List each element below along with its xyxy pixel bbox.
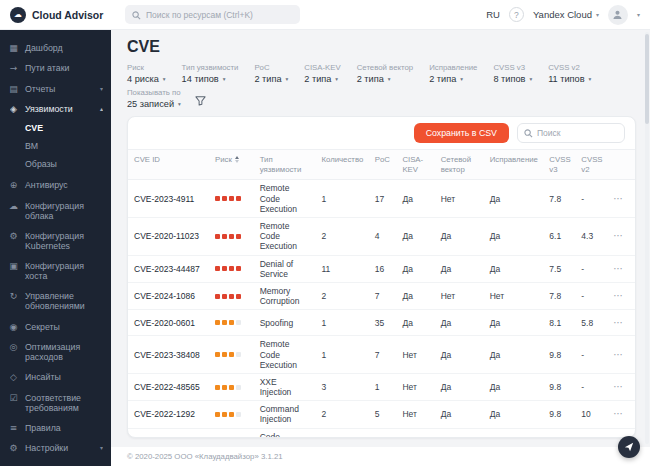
- filter-risk[interactable]: Риск4 риска▾: [127, 63, 166, 84]
- filter-value-dropdown[interactable]: 4 риска▾: [127, 74, 166, 84]
- sidebar-item-secrets[interactable]: ◉Секреты: [0, 317, 111, 337]
- column-header-0[interactable]: CVE ID: [128, 150, 209, 180]
- sidebar-item-update-management[interactable]: ↻Управление обновлениями: [0, 286, 111, 316]
- filter-value-dropdown[interactable]: 2 типа▾: [429, 74, 477, 84]
- filter-value-dropdown[interactable]: 11 типов▾: [548, 74, 591, 84]
- sidebar-item-host-config[interactable]: ▣Конфигурация хоста: [0, 256, 111, 286]
- sidebar-item-cloud-config[interactable]: ☁Конфигурация облака: [0, 196, 111, 226]
- sidebar: ▦Дашборд→Пути атаки▤Отчеты▾◈Уязвимости▴C…: [0, 30, 111, 466]
- filter-value-dropdown[interactable]: 2 типа▾: [357, 74, 414, 84]
- filter-value-dropdown[interactable]: 14 типов▾: [182, 74, 239, 84]
- risk-cell: [209, 310, 254, 336]
- save-csv-button[interactable]: Сохранить в CSV: [414, 123, 509, 143]
- chevron-down-icon[interactable]: ▾: [637, 11, 640, 18]
- cve-id-cell[interactable]: CVE-2022-48565: [128, 373, 209, 400]
- global-search-input[interactable]: [146, 10, 293, 20]
- avatar[interactable]: [608, 5, 628, 25]
- poc-cell: 7: [369, 336, 397, 374]
- cve-id-cell[interactable]: CVE-2023-44487: [128, 255, 209, 282]
- filter-fix[interactable]: Исправление2 типа▾: [429, 63, 477, 84]
- page-size-row: Показывать по 25 записей ▾: [127, 88, 636, 109]
- row-actions-button[interactable]: ⋯: [613, 349, 624, 360]
- filter-poc[interactable]: PoC2 типа▾: [254, 63, 288, 84]
- brand: ☁ Cloud Advisor: [10, 7, 111, 23]
- filter-value: 2 типа: [357, 74, 384, 84]
- global-search[interactable]: [125, 5, 300, 24]
- filter-cvss-v3[interactable]: CVSS v38 типов▾: [493, 63, 532, 84]
- rules-icon: ≡: [8, 423, 19, 433]
- row-actions-button[interactable]: ⋯: [613, 408, 624, 419]
- row-actions-button[interactable]: ⋯: [613, 193, 624, 204]
- filter-cvss-v2[interactable]: CVSS v211 типов▾: [548, 63, 591, 84]
- org-selector[interactable]: Yandex Cloud ▾: [533, 9, 599, 20]
- cisa-kev-cell: Да: [396, 282, 434, 309]
- sidebar-subitem-cve[interactable]: CVE: [0, 119, 111, 137]
- sidebar-item-kubernetes-config[interactable]: ⚙Конфигурация Kubernetes: [0, 226, 111, 256]
- footer: © 2020-2025 ООО «Клаудадвайзор» 3.1.21: [111, 447, 650, 466]
- type-cell: Remote Code Execution: [254, 218, 316, 256]
- cve-id-cell[interactable]: CVE-2020-0601: [128, 310, 209, 336]
- risk-square: [215, 294, 220, 299]
- column-header-1[interactable]: Риск: [209, 150, 254, 180]
- sidebar-item-dashboard[interactable]: ▦Дашборд: [0, 38, 111, 58]
- network-vector-cell: Да: [435, 255, 484, 282]
- risk-cell: [209, 373, 254, 400]
- cvss-v2-cell: -: [575, 428, 607, 438]
- support-button[interactable]: [618, 436, 640, 458]
- row-actions-button[interactable]: ⋯: [613, 230, 624, 241]
- sidebar-subitem-images[interactable]: Образы: [0, 155, 111, 173]
- sidebar-item-antivirus[interactable]: ⊕Антивирус: [0, 175, 111, 195]
- column-header-7[interactable]: Исправление: [484, 150, 544, 180]
- column-header-9[interactable]: CVSS v2: [575, 150, 607, 180]
- row-actions-button[interactable]: ⋯: [613, 317, 624, 328]
- column-header-2[interactable]: Тип уязвимости: [254, 150, 316, 180]
- sidebar-item-label: Конфигурация Kubernetes: [25, 231, 103, 251]
- risk-square: [236, 352, 241, 357]
- filter-cisa-kev[interactable]: CISA-KEV2 типа▾: [304, 63, 340, 84]
- table-search-input[interactable]: [537, 128, 618, 138]
- cve-id-cell[interactable]: CVE-2020-11023: [128, 218, 209, 256]
- cve-id-cell[interactable]: CVE-2023-24538: [128, 428, 209, 438]
- reports-icon: ▤: [8, 84, 19, 94]
- sidebar-item-cost-optimization[interactable]: ◎Оптимизация расходов: [0, 337, 111, 367]
- row-actions-button[interactable]: ⋯: [613, 290, 624, 301]
- row-actions-button[interactable]: ⋯: [613, 381, 624, 392]
- column-header-6[interactable]: Сетевой вектор: [435, 150, 484, 180]
- sidebar-item-vulnerabilities[interactable]: ◈Уязвимости▴: [0, 99, 111, 119]
- cve-id-cell[interactable]: CVE-2024-1086: [128, 282, 209, 309]
- type-cell: Remote Code Execution: [254, 336, 316, 374]
- fix-cell: Да: [484, 373, 544, 400]
- risk-square: [229, 412, 234, 417]
- row-actions-button[interactable]: ⋯: [613, 263, 624, 274]
- sidebar-subitem-vm[interactable]: ВМ: [0, 137, 111, 155]
- filter-value: 11 типов: [548, 74, 584, 84]
- help-button[interactable]: ?: [509, 7, 524, 22]
- sidebar-item-compliance[interactable]: ☑Соответствие требованиям: [0, 388, 111, 418]
- column-header-8[interactable]: CVSS v3: [543, 150, 575, 180]
- scrollbar[interactable]: [645, 32, 649, 444]
- filter-value-dropdown[interactable]: 2 типа▾: [304, 74, 340, 84]
- cve-id-cell[interactable]: CVE-2023-4911: [128, 180, 209, 218]
- filter-funnel-button[interactable]: [193, 92, 209, 108]
- language-switcher[interactable]: RU: [486, 9, 500, 20]
- filter-value-dropdown[interactable]: 2 типа▾: [254, 74, 288, 84]
- filter-vulnerability-type[interactable]: Тип уязвимости14 типов▾: [182, 63, 239, 84]
- filter-value-dropdown[interactable]: 8 типов▾: [493, 74, 532, 84]
- sidebar-item-attack-paths[interactable]: →Пути атаки: [0, 58, 111, 78]
- column-header-4[interactable]: PoC: [369, 150, 397, 180]
- cisa-kev-cell: Нет: [396, 373, 434, 400]
- type-cell: Spoofing: [254, 310, 316, 336]
- sidebar-item-reports[interactable]: ▤Отчеты▾: [0, 79, 111, 99]
- column-header-5[interactable]: CISA-KEV: [396, 150, 434, 180]
- risk-square: [222, 412, 227, 417]
- filter-network-vector[interactable]: Сетевой вектор2 типа▾: [357, 63, 414, 84]
- column-header-3[interactable]: Количество: [315, 150, 368, 180]
- cve-id-cell[interactable]: CVE-2023-38408: [128, 336, 209, 374]
- cve-id-cell[interactable]: CVE-2022-1292: [128, 401, 209, 428]
- sidebar-item-settings[interactable]: ⚙Настройки▾: [0, 438, 111, 458]
- page-size-select[interactable]: Показывать по 25 записей ▾: [127, 88, 181, 109]
- sidebar-item-rules[interactable]: ≡Правила: [0, 418, 111, 438]
- sidebar-item-insights[interactable]: ◇Инсайты: [0, 367, 111, 387]
- scrollbar-thumb[interactable]: [645, 34, 649, 124]
- table-search[interactable]: [517, 123, 625, 143]
